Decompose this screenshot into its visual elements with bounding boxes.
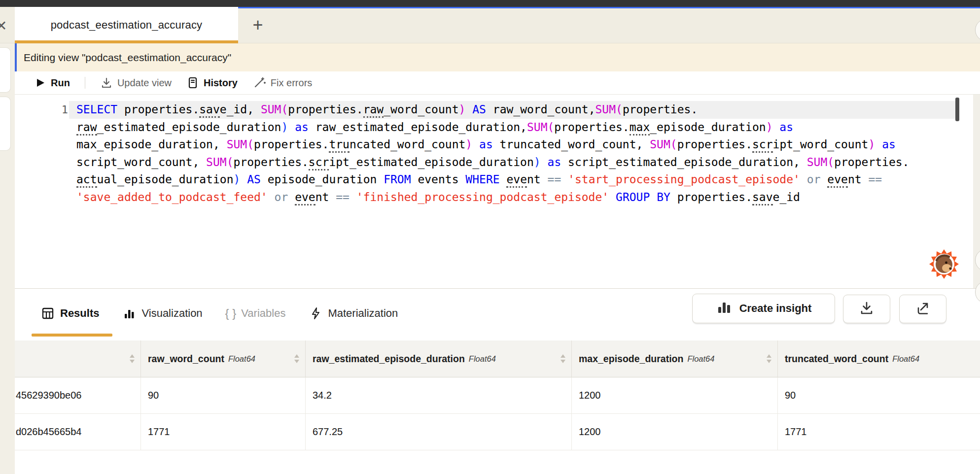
editing-view-banner-text: Editing view "podcast_eestimation_accura… — [24, 52, 231, 64]
code-token: properties. — [234, 156, 309, 169]
toolbar-button-label: Update view — [117, 77, 172, 89]
code-token: events — [411, 173, 466, 186]
table-cell[interactable]: 45629390be06 — [15, 377, 141, 414]
table-cell[interactable]: 677.25 — [306, 414, 572, 450]
column-header-raw_estimated_episode_duration[interactable]: raw_estimated_episode_durationFloat64 — [306, 340, 572, 377]
code-token: SUM — [227, 138, 247, 151]
tab-results[interactable]: Results — [40, 306, 99, 321]
share-button[interactable] — [899, 295, 946, 323]
column-header-max_episode_duration[interactable]: max_episode_durationFloat64 — [572, 340, 778, 377]
code-line: max_episode_duration, SUM(properties.tru… — [76, 136, 969, 154]
code-token: properties. — [623, 103, 698, 116]
query-toolbar: RunUpdate viewHistoryFix errors — [15, 71, 980, 95]
code-token: properties. — [254, 138, 329, 151]
new-tab-button[interactable]: + — [246, 14, 269, 36]
collapsed-sidebar-rail — [0, 43, 15, 474]
hedgehog-avatar-icon[interactable] — [928, 248, 960, 280]
code-token: max — [630, 121, 650, 135]
editor-scrollbar-thumb[interactable] — [955, 98, 959, 121]
active-results-tab-underline — [32, 334, 112, 337]
code-token — [541, 156, 548, 169]
code-token: SUM — [206, 156, 227, 169]
create-insight-button[interactable]: Create insight — [692, 294, 835, 323]
code-token — [875, 138, 882, 151]
code-token: properties. — [670, 191, 752, 203]
table-cell[interactable]: 1771 — [141, 414, 306, 450]
results-tabbar: ResultsVisualization{ }VariablesMaterial… — [15, 289, 685, 338]
code-token: SUM — [527, 121, 548, 134]
code-token: eve — [506, 173, 527, 188]
column-header-truncated_word_count[interactable]: truncated_word_countFloat64 — [778, 340, 980, 377]
table-cell[interactable]: 90 — [778, 377, 980, 414]
column-name: truncated_word_count — [785, 353, 888, 365]
table-cell[interactable]: 1771 — [778, 414, 980, 450]
sidebar-handle[interactable] — [0, 97, 11, 151]
code-token: max_episode_duration, — [76, 138, 227, 151]
column-name: raw_estimated_episode_duration — [313, 353, 465, 365]
table-cell[interactable]: d026b45665b4 — [15, 414, 141, 450]
code-token: ( — [281, 103, 288, 116]
code-token — [240, 173, 247, 186]
sort-icon[interactable] — [766, 353, 772, 364]
code-token: ) — [534, 156, 541, 169]
download-button[interactable] — [843, 295, 890, 323]
code-token: eve — [295, 191, 315, 205]
sidebar-handle[interactable] — [0, 47, 11, 93]
code-token: as — [779, 121, 793, 134]
query-editor-pane: Editing view "podcast_eestimation_accura… — [15, 43, 980, 474]
column-header[interactable] — [15, 340, 141, 377]
tab-materialization[interactable]: Materialization — [308, 306, 398, 321]
code-token: or — [807, 173, 821, 186]
code-token: == — [548, 173, 561, 186]
code-token — [350, 191, 356, 203]
code-token — [800, 173, 807, 186]
tab-visualization[interactable]: Visualization — [122, 306, 202, 321]
code-token: properties. — [677, 138, 752, 151]
code-token: FROM — [384, 173, 411, 186]
fix-errors-button[interactable]: Fix errors — [252, 76, 312, 90]
code-token: as — [295, 121, 309, 134]
code-token: _episode_duration — [650, 121, 766, 134]
code-token: ( — [247, 138, 254, 151]
close-icon[interactable]: ✕ — [0, 18, 7, 34]
code-token: ) — [465, 138, 472, 151]
code-token — [500, 173, 507, 186]
code-token: raw — [76, 121, 97, 135]
table-cell[interactable]: 1200 — [572, 414, 778, 450]
sort-icon[interactable] — [129, 353, 136, 364]
sql-code-editor[interactable]: 1 SELECT properties.save_id, SUM(propert… — [15, 95, 980, 288]
table-cell[interactable]: 34.2 — [306, 377, 572, 414]
table-cell[interactable]: 90 — [141, 377, 306, 414]
code-token: ual_episode_duration — [97, 173, 234, 186]
code-token: properties. — [834, 156, 909, 169]
update-view-button[interactable]: Update view — [100, 76, 172, 89]
table-cell[interactable]: 1200 — [572, 377, 778, 414]
column-name: max_episode_duration — [579, 353, 683, 365]
sort-icon[interactable] — [293, 353, 300, 364]
code-token — [465, 103, 472, 116]
code-token: _word_count — [384, 103, 458, 116]
code-token — [650, 191, 657, 203]
sort-icon[interactable] — [560, 353, 566, 364]
code-line: script_word_count, SUM(properties.script… — [76, 154, 969, 171]
history-button[interactable]: History — [186, 76, 238, 89]
code-token: ncated_word_count — [350, 138, 465, 151]
share-icon — [914, 299, 932, 319]
column-type: Float64 — [892, 354, 919, 364]
code-token — [268, 191, 275, 203]
toolbar-button-label: Fix errors — [271, 77, 312, 89]
code-token: e_id — [773, 191, 800, 203]
code-token: raw — [363, 103, 384, 118]
run-button[interactable]: Run — [34, 76, 70, 89]
bolt-icon — [308, 306, 323, 321]
create-insight-label: Create insight — [739, 302, 812, 315]
tab-podcast-eestimation-accuracy[interactable]: podcast_eestimation_accuracy — [15, 7, 238, 43]
plus-icon: + — [252, 15, 263, 35]
tab-variables[interactable]: { }Variables — [225, 307, 286, 320]
column-header-raw_word_count[interactable]: raw_word_countFloat64 — [141, 340, 306, 377]
code-token: as — [479, 138, 493, 151]
code-token: ( — [827, 156, 834, 169]
code-token: ) — [868, 138, 875, 151]
code-token: properties. — [117, 103, 199, 116]
results-tab-label: Variables — [241, 307, 285, 320]
